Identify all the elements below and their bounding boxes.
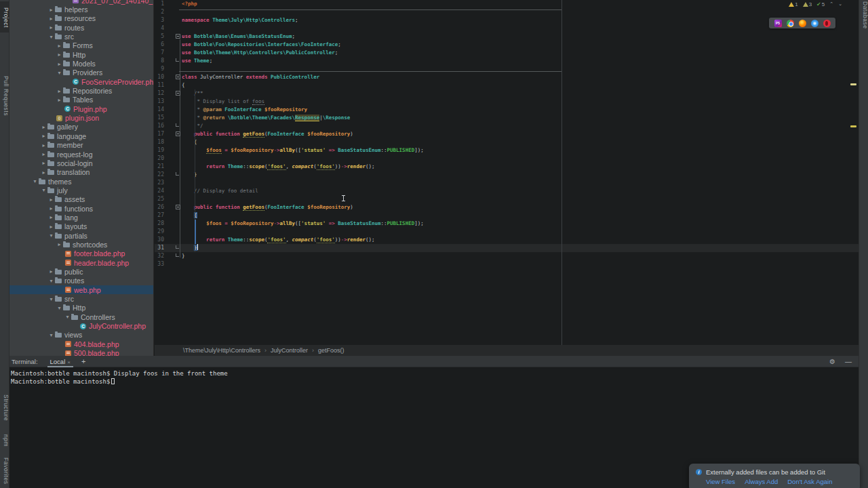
tree-item[interactable]: ▾Providers — [9, 68, 153, 77]
tree-item[interactable]: ▾july — [9, 186, 153, 195]
chevron-right-icon[interactable]: ▸ — [47, 205, 55, 211]
view-files-link[interactable]: View Files — [706, 478, 735, 485]
fold-end-icon[interactable] — [176, 172, 179, 176]
chevron-right-icon[interactable]: ▸ — [56, 61, 63, 67]
chevron-right-icon[interactable]: ▸ — [56, 52, 63, 58]
code-line-7[interactable]: use Botble\Theme\Http\Controllers\Public… — [155, 49, 859, 57]
code-line-27[interactable]: { — [155, 211, 859, 220]
git-notification[interactable]: i Externally added files can be added to… — [689, 464, 860, 488]
fold-end-icon[interactable] — [176, 253, 179, 257]
tree-item[interactable]: 2021_07_02_140140_... — [9, 0, 153, 5]
chevron-down-icon[interactable]: ▾ — [47, 332, 55, 338]
code-line-31[interactable]: } — [155, 244, 859, 252]
tree-item[interactable]: header.blade.php — [9, 258, 153, 267]
tree-item[interactable]: 500.blade.php — [9, 348, 153, 356]
chevron-right-icon[interactable]: ▸ — [47, 7, 55, 13]
chevron-right-icon[interactable]: ▸ — [40, 142, 47, 148]
code-line-20[interactable] — [155, 155, 859, 163]
chevron-down-icon[interactable]: ▾ — [47, 278, 55, 284]
tree-item[interactable]: ▾partials — [9, 231, 153, 240]
chevron-down-icon[interactable]: ▾ — [47, 232, 55, 239]
warnings-count[interactable]: 1 — [789, 1, 797, 7]
chevron-down-icon[interactable]: ▾ — [31, 178, 39, 184]
chrome-icon[interactable] — [787, 20, 794, 27]
chevron-right-icon[interactable]: ▸ — [47, 268, 55, 274]
error-stripe[interactable] — [849, 0, 857, 345]
code-line-15[interactable]: * @return \Botble\Theme\Facades\Response… — [155, 114, 859, 122]
code-line-14[interactable]: * @param FooInterface $fooRepository — [155, 106, 859, 114]
code-line-30[interactable]: return Theme::scope('foos', compact('foo… — [155, 236, 859, 244]
stripe-warning-mark[interactable] — [850, 125, 856, 127]
breadcrumb-item[interactable]: JulyController — [271, 347, 308, 354]
code-line-16[interactable]: */ — [155, 122, 859, 130]
stripe-warning-mark[interactable] — [850, 83, 856, 85]
code-line-26[interactable]: public function getFoos(FooInterface $fo… — [155, 203, 859, 211]
code-line-32[interactable]: } — [155, 252, 859, 260]
chevron-right-icon[interactable]: ▸ — [40, 151, 47, 157]
code-line-10[interactable]: class JulyController extends PublicContr… — [155, 73, 859, 81]
tree-item[interactable]: ▾themes — [9, 177, 153, 186]
code-line-5[interactable]: use Botble\Base\Enums\BaseStatusEnum; — [155, 33, 859, 41]
tree-item[interactable]: {}plugin.json — [9, 113, 153, 122]
code-line-8[interactable]: use Theme; — [155, 57, 859, 65]
weak-warnings-count[interactable]: 3 — [803, 1, 812, 7]
code-line-17[interactable]: public function getFoos(FooInterface $fo… — [155, 130, 859, 138]
code-line-21[interactable]: return Theme::scope('foos', compact('foo… — [155, 163, 859, 171]
chevron-right-icon[interactable]: ▸ — [47, 224, 55, 230]
chevron-right-icon[interactable]: ▸ — [47, 24, 55, 30]
code-line-12[interactable]: /** — [155, 89, 859, 98]
tree-item[interactable]: ▸social-login — [9, 159, 153, 167]
tool-button-database[interactable]: Database — [859, 1, 868, 28]
code-line-22[interactable]: } — [155, 171, 859, 179]
tree-item[interactable]: ▾views — [9, 331, 153, 340]
always-add-link[interactable]: Always Add — [745, 478, 778, 485]
tree-item[interactable]: web.php — [9, 285, 153, 294]
chevron-right-icon[interactable]: ▸ — [40, 124, 47, 130]
breadcrumb[interactable]: \Theme\July\Http\Controllers›JulyControl… — [155, 345, 859, 356]
tool-button-project[interactable]: Project — [0, 1, 9, 33]
code-line-1[interactable]: <?php — [155, 0, 859, 8]
code-editor[interactable]: <?phpnamespace Theme\July\Http\Controlle… — [155, 0, 859, 345]
chevron-right-icon[interactable]: ▸ — [56, 241, 63, 247]
code-line-19[interactable]: $foos = $fooRepository->allBy(['status' … — [155, 146, 859, 155]
code-line-4[interactable] — [155, 24, 859, 33]
tree-item[interactable]: ▸public — [9, 267, 153, 276]
dont-ask-again-link[interactable]: Don't Ask Again — [787, 478, 832, 485]
code-line-6[interactable]: use Botble\Foo\Repositories\Interfaces\F… — [155, 41, 859, 49]
tree-item[interactable]: ▸Models — [9, 59, 153, 68]
editor-gutter[interactable]: 1234567891011121314151617181920212223242… — [155, 0, 164, 268]
tree-item[interactable]: ▸member — [9, 141, 153, 150]
code-line-3[interactable]: namespace Theme\July\Http\Controllers; — [155, 16, 859, 24]
tool-button-npm[interactable]: npm — [0, 434, 9, 447]
tree-item[interactable]: ▾src — [9, 32, 153, 41]
chevron-down-icon[interactable]: ▾ — [56, 70, 63, 76]
tree-item[interactable]: ▸Forms — [9, 41, 153, 50]
tree-item[interactable]: ▸Repositories — [9, 86, 153, 95]
code-line-24[interactable]: // Display foo detail — [155, 187, 859, 195]
chevron-down-icon[interactable]: ▾ — [47, 34, 55, 40]
tree-item[interactable]: ▸functions — [9, 204, 153, 213]
fold-end-icon[interactable] — [176, 58, 179, 62]
tree-item[interactable]: ▸language — [9, 131, 153, 140]
breadcrumb-item[interactable]: getFoos() — [318, 347, 344, 354]
tree-item[interactable]: ▸resources — [9, 14, 153, 23]
tree-item[interactable]: ▸shortcodes — [9, 240, 153, 249]
tree-item[interactable]: ▸Tables — [9, 96, 153, 104]
tree-item[interactable]: CFooServiceProvider.php — [9, 77, 153, 86]
fold-collapse-icon[interactable] — [176, 205, 180, 209]
tree-item[interactable]: ▾routes — [9, 277, 153, 285]
tree-item[interactable]: CJulyController.php — [9, 321, 153, 330]
terminal-tab-local[interactable]: Local× — [47, 356, 73, 367]
fold-end-icon[interactable] — [176, 245, 179, 249]
chevron-down-icon[interactable]: ▾ — [56, 305, 63, 311]
ok-count[interactable]: ✔5 — [816, 1, 825, 7]
chevron-down-icon[interactable]: ▾ — [40, 187, 47, 193]
chevron-right-icon[interactable]: ▸ — [40, 133, 47, 139]
tool-button-structure[interactable]: Structure — [0, 394, 9, 421]
chevron-right-icon[interactable]: ▸ — [40, 160, 47, 166]
safari-icon[interactable] — [811, 20, 818, 27]
tree-item[interactable]: CPlugin.php — [9, 104, 153, 113]
breadcrumb-item[interactable]: \Theme\July\Http\Controllers — [183, 347, 260, 354]
fold-collapse-icon[interactable] — [176, 75, 180, 79]
code-line-33[interactable] — [155, 260, 859, 268]
